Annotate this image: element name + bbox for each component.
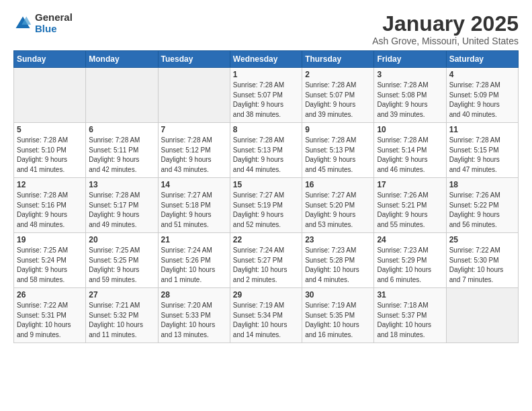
day-cell: 10Sunrise: 7:28 AM Sunset: 5:14 PM Dayli… — [374, 123, 446, 178]
week-row-2: 12Sunrise: 7:28 AM Sunset: 5:16 PM Dayli… — [14, 178, 519, 233]
day-info: Sunrise: 7:25 AM Sunset: 5:24 PM Dayligh… — [17, 246, 83, 285]
day-info: Sunrise: 7:20 AM Sunset: 5:33 PM Dayligh… — [161, 301, 227, 340]
logo-text: General Blue — [35, 12, 73, 34]
day-cell — [158, 68, 230, 123]
day-number: 27 — [89, 290, 154, 300]
day-info: Sunrise: 7:28 AM Sunset: 5:07 PM Dayligh… — [305, 81, 371, 120]
day-number: 28 — [161, 290, 227, 300]
day-cell: 18Sunrise: 7:26 AM Sunset: 5:22 PM Dayli… — [446, 178, 518, 233]
day-info: Sunrise: 7:28 AM Sunset: 5:09 PM Dayligh… — [449, 81, 515, 120]
page-container: General Blue January 2025 Ash Grove, Mis… — [0, 0, 532, 350]
day-cell: 25Sunrise: 7:22 AM Sunset: 5:30 PM Dayli… — [446, 233, 518, 288]
logo: General Blue — [13, 12, 73, 34]
day-number: 12 — [17, 180, 83, 189]
day-info: Sunrise: 7:23 AM Sunset: 5:29 PM Dayligh… — [377, 246, 443, 285]
day-info: Sunrise: 7:28 AM Sunset: 5:13 PM Dayligh… — [233, 136, 299, 175]
header-day-sunday: Sunday — [14, 51, 86, 68]
header: General Blue January 2025 Ash Grove, Mis… — [13, 12, 519, 46]
day-cell: 7Sunrise: 7:28 AM Sunset: 5:12 PM Daylig… — [158, 123, 230, 178]
day-info: Sunrise: 7:26 AM Sunset: 5:21 PM Dayligh… — [377, 191, 443, 230]
day-info: Sunrise: 7:19 AM Sunset: 5:35 PM Dayligh… — [305, 301, 371, 340]
day-cell: 19Sunrise: 7:25 AM Sunset: 5:24 PM Dayli… — [14, 233, 86, 288]
day-cell: 8Sunrise: 7:28 AM Sunset: 5:13 PM Daylig… — [230, 123, 302, 178]
header-day-tuesday: Tuesday — [158, 51, 230, 68]
day-number: 4 — [449, 70, 515, 79]
day-number: 7 — [161, 125, 227, 134]
day-number: 23 — [305, 235, 371, 244]
month-title: January 2025 — [372, 12, 519, 36]
day-cell: 13Sunrise: 7:28 AM Sunset: 5:17 PM Dayli… — [86, 178, 158, 233]
day-info: Sunrise: 7:27 AM Sunset: 5:20 PM Dayligh… — [305, 191, 371, 230]
day-info: Sunrise: 7:28 AM Sunset: 5:10 PM Dayligh… — [17, 136, 83, 175]
day-cell: 26Sunrise: 7:22 AM Sunset: 5:31 PM Dayli… — [14, 288, 86, 343]
week-row-1: 5Sunrise: 7:28 AM Sunset: 5:10 PM Daylig… — [14, 123, 519, 178]
day-info: Sunrise: 7:28 AM Sunset: 5:11 PM Dayligh… — [89, 136, 154, 175]
logo-blue: Blue — [35, 24, 73, 35]
day-number: 13 — [89, 180, 154, 189]
day-cell: 3Sunrise: 7:28 AM Sunset: 5:08 PM Daylig… — [374, 68, 446, 123]
day-cell: 15Sunrise: 7:27 AM Sunset: 5:19 PM Dayli… — [230, 178, 302, 233]
day-cell: 28Sunrise: 7:20 AM Sunset: 5:33 PM Dayli… — [158, 288, 230, 343]
day-cell: 2Sunrise: 7:28 AM Sunset: 5:07 PM Daylig… — [302, 68, 374, 123]
day-info: Sunrise: 7:22 AM Sunset: 5:30 PM Dayligh… — [449, 246, 515, 285]
header-day-wednesday: Wednesday — [230, 51, 302, 68]
calendar-body: 1Sunrise: 7:28 AM Sunset: 5:07 PM Daylig… — [14, 68, 519, 343]
day-cell — [86, 68, 158, 123]
day-info: Sunrise: 7:18 AM Sunset: 5:37 PM Dayligh… — [377, 301, 443, 340]
day-cell — [14, 68, 86, 123]
day-number: 14 — [161, 180, 227, 189]
day-cell: 31Sunrise: 7:18 AM Sunset: 5:37 PM Dayli… — [374, 288, 446, 343]
header-day-thursday: Thursday — [302, 51, 374, 68]
week-row-3: 19Sunrise: 7:25 AM Sunset: 5:24 PM Dayli… — [14, 233, 519, 288]
day-info: Sunrise: 7:28 AM Sunset: 5:17 PM Dayligh… — [89, 191, 154, 230]
header-day-monday: Monday — [86, 51, 158, 68]
header-day-saturday: Saturday — [446, 51, 518, 68]
day-cell: 22Sunrise: 7:24 AM Sunset: 5:27 PM Dayli… — [230, 233, 302, 288]
day-cell: 23Sunrise: 7:23 AM Sunset: 5:28 PM Dayli… — [302, 233, 374, 288]
day-number: 9 — [305, 125, 371, 134]
day-number: 26 — [17, 290, 83, 300]
day-number: 22 — [233, 235, 299, 244]
day-cell: 11Sunrise: 7:28 AM Sunset: 5:15 PM Dayli… — [446, 123, 518, 178]
day-cell: 27Sunrise: 7:21 AM Sunset: 5:32 PM Dayli… — [86, 288, 158, 343]
week-row-4: 26Sunrise: 7:22 AM Sunset: 5:31 PM Dayli… — [14, 288, 519, 343]
header-day-friday: Friday — [374, 51, 446, 68]
day-number: 31 — [377, 290, 443, 300]
day-cell: 14Sunrise: 7:27 AM Sunset: 5:18 PM Dayli… — [158, 178, 230, 233]
day-number: 25 — [449, 235, 515, 244]
week-row-0: 1Sunrise: 7:28 AM Sunset: 5:07 PM Daylig… — [14, 68, 519, 123]
title-block: January 2025 Ash Grove, Missouri, United… — [372, 12, 519, 46]
day-number: 2 — [305, 70, 371, 79]
day-number: 6 — [89, 125, 154, 134]
day-info: Sunrise: 7:28 AM Sunset: 5:14 PM Dayligh… — [377, 136, 443, 175]
day-info: Sunrise: 7:19 AM Sunset: 5:34 PM Dayligh… — [233, 301, 299, 340]
day-number: 3 — [377, 70, 443, 79]
day-info: Sunrise: 7:28 AM Sunset: 5:15 PM Dayligh… — [449, 136, 515, 175]
day-info: Sunrise: 7:23 AM Sunset: 5:28 PM Dayligh… — [305, 246, 371, 285]
day-number: 20 — [89, 235, 154, 244]
day-info: Sunrise: 7:27 AM Sunset: 5:19 PM Dayligh… — [233, 191, 299, 230]
day-info: Sunrise: 7:28 AM Sunset: 5:08 PM Dayligh… — [377, 81, 443, 120]
logo-general: General — [35, 12, 73, 24]
day-number: 24 — [377, 235, 443, 244]
day-number: 11 — [449, 125, 515, 134]
day-info: Sunrise: 7:28 AM Sunset: 5:12 PM Dayligh… — [161, 136, 227, 175]
calendar-header: SundayMondayTuesdayWednesdayThursdayFrid… — [14, 51, 519, 68]
day-cell: 6Sunrise: 7:28 AM Sunset: 5:11 PM Daylig… — [86, 123, 158, 178]
day-number: 18 — [449, 180, 515, 189]
day-number: 15 — [233, 180, 299, 189]
day-cell: 12Sunrise: 7:28 AM Sunset: 5:16 PM Dayli… — [14, 178, 86, 233]
day-info: Sunrise: 7:28 AM Sunset: 5:07 PM Dayligh… — [233, 81, 299, 120]
day-number: 8 — [233, 125, 299, 134]
day-info: Sunrise: 7:24 AM Sunset: 5:26 PM Dayligh… — [161, 246, 227, 285]
day-info: Sunrise: 7:27 AM Sunset: 5:18 PM Dayligh… — [161, 191, 227, 230]
day-cell — [446, 288, 518, 343]
day-number: 29 — [233, 290, 299, 300]
header-row: SundayMondayTuesdayWednesdayThursdayFrid… — [14, 51, 519, 68]
day-number: 19 — [17, 235, 83, 244]
day-number: 30 — [305, 290, 371, 300]
day-number: 1 — [233, 70, 299, 79]
day-info: Sunrise: 7:24 AM Sunset: 5:27 PM Dayligh… — [233, 246, 299, 285]
day-info: Sunrise: 7:26 AM Sunset: 5:22 PM Dayligh… — [449, 191, 515, 230]
day-info: Sunrise: 7:21 AM Sunset: 5:32 PM Dayligh… — [89, 301, 154, 340]
